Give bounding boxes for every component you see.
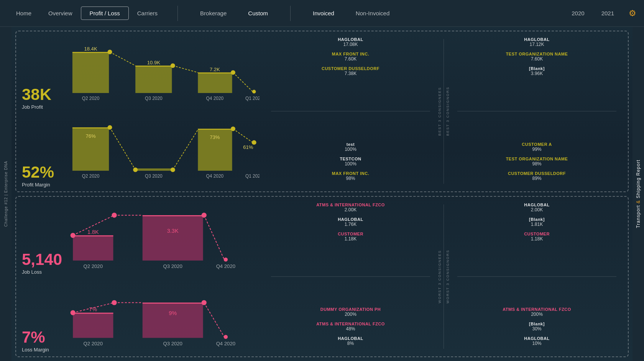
filter-group-2: Invoiced Non-Invoiced — [302, 7, 400, 20]
consignee-margin-3-value: 98% — [271, 176, 430, 181]
consignee-profit-1-name: HAGLOBAL — [271, 37, 430, 42]
nav-divider-1 — [177, 6, 178, 21]
xlabel-q4-2020-loss: Q4 2020 — [216, 263, 235, 269]
xlabel-q3-2020-lmargin: Q3 2020 — [163, 341, 182, 347]
year-2020[interactable]: 2020 — [563, 7, 593, 20]
nav-profit-loss[interactable]: Profit / Loss — [81, 7, 129, 20]
consignor-margin-1-value: 99% — [457, 147, 616, 152]
xlabel-q2-2020-profit: Q2 2020 — [82, 96, 100, 101]
worst-consignors-rotated-label-container: Worst 3 Consignors — [444, 201, 452, 353]
wconsignee-loss-3: CUSTOMER 1.18K — [271, 232, 430, 242]
best-consignors-rotated-label-container: Best 3 Consignors — [444, 35, 452, 188]
xlabel-q3-2020-loss: Q3 2020 — [163, 263, 182, 269]
right-sidebar: Transport & Shipping Report — [632, 27, 644, 361]
best-consignees-panel: HAGLOBAL 17.08K MAX FRONT INC. 7.60K CUS… — [263, 35, 436, 188]
loss-margin-label: Loss Margin — [22, 347, 64, 353]
wconsignor-margin-2: [Blank] 30% — [457, 322, 616, 332]
line-1-profit — [110, 52, 136, 66]
consignor-margin-1: CUSTOMER A 99% — [457, 142, 616, 152]
dot-q3-right-margin — [171, 167, 175, 172]
consignor-profit-2: TEST ORGANIZATION NAME 7.60K — [457, 52, 616, 62]
filter-brokerage[interactable]: Brokerage — [189, 7, 237, 20]
consignor-divider — [457, 111, 616, 111]
nav-home[interactable]: Home — [8, 7, 40, 20]
settings-icon[interactable]: ⚙ — [629, 8, 636, 18]
consignor-margin-1-name: CUSTOMER A — [457, 142, 616, 147]
consignee-profit-2-name: MAX FRONT INC. — [271, 52, 430, 56]
bar-top-q3-2020-profit — [135, 66, 172, 67]
year-2021[interactable]: 2021 — [593, 7, 623, 20]
job-profit-svg: 18.4K 10.9K 7.2K — [68, 35, 260, 110]
xlabel-q4-2020-profit: Q4 2020 — [206, 96, 224, 101]
job-loss-label-block: 5,140 Job Loss — [22, 201, 64, 275]
consignee-profit-2: MAX FRONT INC. 7.60K — [271, 52, 430, 62]
consignee-divider — [271, 111, 430, 111]
job-profit-value: 38K — [22, 87, 64, 103]
consignee-margin-1: test 100% — [271, 142, 430, 152]
dot-q3-left-margin — [133, 167, 138, 172]
wconsignor-loss-3-name: CUSTOMER — [457, 232, 616, 236]
wconsignee-margin-3-name: HAGLOBAL — [271, 336, 430, 341]
wconsignor-margin-1-name: ATMS & INTERNATIONAL FZCO — [457, 307, 616, 312]
right-sidebar-label: Transport & Shipping Report — [636, 160, 641, 228]
filter-group-1: Brokerage Custom — [189, 7, 279, 20]
nav-carriers[interactable]: Carriers — [129, 7, 166, 20]
bar-top-q4-2020-profit — [198, 72, 232, 73]
filter-non-invoiced[interactable]: Non-Invoiced — [345, 7, 400, 20]
nav-overview[interactable]: Overview — [40, 7, 81, 20]
wconsignor-margin-1-value: 200% — [457, 312, 616, 317]
main-nav-group: Home Overview Profit / Loss Carriers — [8, 7, 166, 20]
worst-consignees-loss-entries: ATMS & INTERNATIONAL FZCO 2.00K HAGLOBAL… — [271, 203, 430, 246]
wconsignee-loss-3-name: CUSTOMER — [271, 232, 430, 236]
worst-consignees-panel: ATMS & INTERNATIONAL FZCO 2.00K HAGLOBAL… — [263, 201, 436, 353]
filter-custom[interactable]: Custom — [237, 7, 279, 20]
best-consignors-rotated-label: Best 3 Consignors — [446, 87, 450, 136]
wconsignee-margin-3-value: 8% — [271, 341, 430, 346]
loss-margin-label-block: 7% Loss Margin — [22, 278, 64, 353]
consignee-profit-3: CUSTOMER DUSSELDORF 7.38K — [271, 66, 430, 76]
profit-margin-svg: 76% 73% — [68, 113, 260, 188]
filter-invoiced[interactable]: Invoiced — [302, 7, 345, 20]
bar-label-q3-2020-profit: 10.9K — [147, 60, 160, 65]
wconsignee-loss-3-value: 1.18K — [271, 236, 430, 242]
best-consignees-rotated-label: Best 3 Consignees — [438, 87, 442, 136]
job-loss-label: Job Loss — [22, 269, 64, 275]
consignor-margin-3-value: 89% — [457, 176, 616, 181]
wconsignor-loss-3: CUSTOMER 1.18K — [457, 232, 616, 242]
wconsignee-loss-2-value: 1.76K — [271, 222, 430, 227]
profit-margin-chart: 76% 73% — [68, 113, 260, 188]
best-consignors-profit-entries: HAGLOBAL 17.12K TEST ORGANIZATION NAME 7… — [457, 37, 616, 81]
loss-margin-chart: 7% 9% Q2 2020 — [68, 278, 260, 353]
wconsignor-divider — [457, 276, 616, 277]
consignee-profit-3-name: CUSTOMER DUSSELDORF — [271, 66, 430, 71]
wconsignor-margin-1: ATMS & INTERNATIONAL FZCO 200% — [457, 307, 616, 317]
dot-q4-2020-lmargin — [224, 335, 228, 339]
loss-margin-value: 7% — [22, 329, 64, 345]
wconsignee-loss-2: HAGLOBAL 1.76K — [271, 217, 430, 227]
bar-q4-2020-profit — [198, 72, 232, 93]
wconsignee-margin-2: ATMS & INTERNATIONAL FZCO 48% — [271, 322, 430, 332]
wconsignor-loss-3-value: 1.18K — [457, 236, 616, 242]
xlabel-q4-2020-margin: Q4 2020 — [206, 173, 224, 179]
worst-consignees-rotated-label: Worst 3 Consignees — [438, 250, 442, 303]
job-profit-row: 38K Job Profit 18.4K — [22, 35, 260, 110]
best-consignees-margin-entries: test 100% TESTCON 100% MAX FRONT INC. 98… — [271, 142, 430, 186]
line-2-lmargin — [204, 303, 224, 337]
consignor-profit-1: HAGLOBAL 17.12K — [457, 37, 616, 47]
bar-top-q2-2020-loss — [73, 235, 113, 236]
consignor-profit-1-name: HAGLOBAL — [457, 37, 616, 42]
wconsignor-margin-2-value: 30% — [457, 326, 616, 332]
bar-q3-2020-lmargin — [143, 303, 203, 338]
worst-consignees-rotated-label-container: Worst 3 Consignees — [436, 201, 444, 353]
dot-q2-2020-profit — [108, 50, 112, 54]
xlabel-q2-2020-margin: Q2 2020 — [82, 173, 100, 179]
best-consignees-profit-entries: HAGLOBAL 17.08K MAX FRONT INC. 7.60K CUS… — [271, 37, 430, 81]
bar-top-q2-2020-profit — [72, 52, 109, 53]
consignor-profit-2-value: 7.60K — [457, 56, 616, 62]
bar-label-q2-2020-lmargin: 7% — [89, 306, 97, 312]
loss-metrics-area: 5,140 Job Loss 1.8K — [22, 201, 260, 353]
nav-divider-2 — [290, 6, 291, 21]
bar-label-q3-2020-loss: 3.3K — [167, 228, 179, 234]
loss-section: 5,140 Job Loss 1.8K — [15, 196, 629, 358]
worst-consignees-margin-entries: DUMMY ORGANIZATION PH 200% ATMS & INTERN… — [271, 307, 430, 351]
